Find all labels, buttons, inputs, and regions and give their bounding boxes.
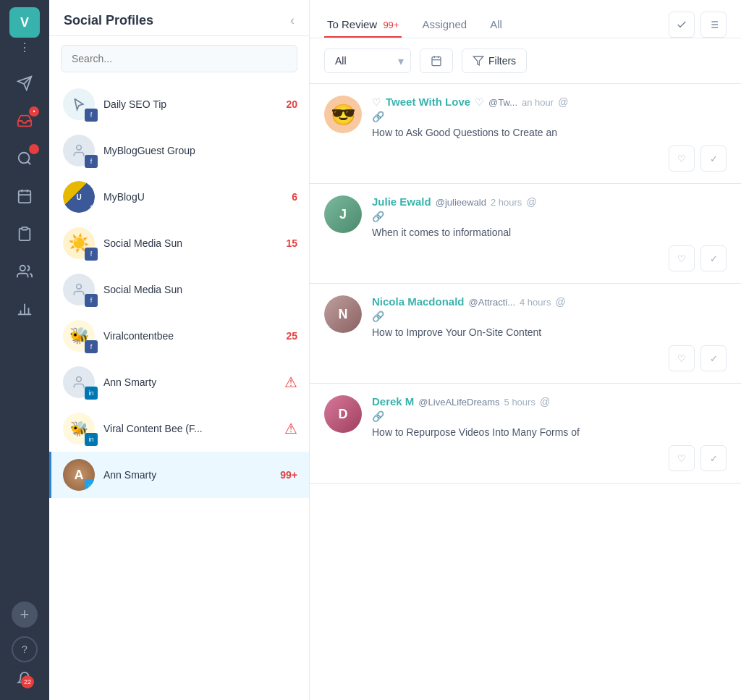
inbox-badge: • — [29, 106, 39, 117]
feed-body-2: Julie Ewald @julieewald 2 hours @ 🔗 When… — [372, 195, 727, 271]
profile-avatar-viral-bee-li: 🐝 in — [63, 413, 95, 444]
feed-name-4: Derek M — [372, 395, 414, 408]
profile-name: MyBlogGuest Group — [103, 145, 195, 156]
search-input[interactable] — [61, 45, 297, 72]
sidebar-title: Social Profiles — [64, 13, 153, 28]
sidebar: Social Profiles ‹ f Daily SEO Tip 20 — [49, 0, 310, 700]
send-icon — [17, 75, 33, 91]
profile-error-badge: ⚠ — [284, 420, 297, 437]
tab-all[interactable]: All — [487, 12, 505, 38]
clipboard-icon — [17, 226, 33, 242]
svg-marker-27 — [473, 56, 483, 65]
feed-body-4: Derek M @LiveALifeDreams 5 hours @ 🔗 How… — [372, 395, 727, 471]
profile-count: 20 — [286, 98, 297, 110]
feed-header-2: Julie Ewald @julieewald 2 hours @ — [372, 195, 727, 208]
profile-item-social-media-sun-1[interactable]: ☀️ f Social Media Sun 15 — [49, 220, 309, 266]
link-icon-2: 🔗 — [372, 211, 384, 222]
main-content: To Review 99+ Assigned All — [310, 0, 741, 700]
check-button-3[interactable]: ✓ — [700, 345, 727, 371]
svg-rect-8 — [22, 227, 27, 230]
collapse-button[interactable]: ‹ — [290, 13, 295, 28]
feed-avatar-initial-3: N — [324, 295, 362, 333]
nav-dots-menu[interactable]: ⋮ — [19, 41, 30, 54]
svg-point-2 — [19, 153, 30, 164]
feed-time-4: 5 hours — [504, 397, 535, 408]
feed-actions-3: ♡ ✓ — [372, 345, 727, 371]
feed-name-1: Tweet With Love — [386, 96, 470, 108]
filter-all-select[interactable]: All — [324, 49, 411, 73]
profile-item-social-media-sun-2[interactable]: f Social Media Sun — [49, 266, 309, 313]
platform-badge-li: in — [85, 433, 98, 446]
feed-icons-3: 🔗 — [372, 311, 727, 322]
heart-button-4[interactable]: ♡ — [669, 445, 695, 471]
nav-icon-team[interactable] — [7, 254, 42, 289]
profile-item-myblogu[interactable]: U f MyBlogU 6 — [49, 174, 309, 220]
feed-handle-4: @LiveALifeDreams — [418, 397, 499, 408]
check-button-2[interactable]: ✓ — [700, 245, 727, 271]
feed-text-4: How to Repurpose Videos Into Many Forms … — [372, 426, 727, 438]
calendar-filter-button[interactable] — [420, 49, 453, 73]
link-icon-1: 🔗 — [372, 111, 384, 122]
profile-item-daily-seo[interactable]: f Daily SEO Tip 20 — [49, 81, 309, 127]
feed-header-4: Derek M @LiveALifeDreams 5 hours @ — [372, 395, 727, 408]
filters-label: Filters — [488, 55, 516, 67]
check-button-1[interactable]: ✓ — [700, 146, 727, 172]
add-button[interactable]: + — [12, 602, 38, 628]
platform-badge-tw: 🐦 — [85, 479, 95, 491]
profile-avatar-daily-seo: f — [63, 88, 95, 120]
profile-error-badge: ⚠ — [284, 374, 297, 391]
feed-actions-1: ♡ ✓ — [372, 146, 727, 172]
nav-icon-chart[interactable] — [7, 292, 42, 326]
feed-avatar-4: D — [324, 395, 362, 433]
feed-avatar-initial-2: J — [324, 195, 362, 233]
list-icon — [708, 19, 719, 30]
profile-item-viralcontentbee[interactable]: 🐝 f Viralcontentbee 25 — [49, 313, 309, 359]
user-icon — [72, 282, 86, 297]
feed-actions-2: ♡ ✓ — [372, 245, 727, 271]
feed: 😎 ♡ Tweet With Love ♡ @Tw... an hour @ 🔗… — [310, 84, 741, 700]
profile-name: Social Media Sun — [103, 284, 182, 295]
profile-count: 25 — [286, 330, 297, 342]
feed-at-3: @ — [555, 296, 565, 308]
user-avatar[interactable]: V — [9, 7, 40, 38]
heart-button-3[interactable]: ♡ — [669, 345, 695, 371]
feed-item-julie-ewald: J Julie Ewald @julieewald 2 hours @ 🔗 Wh… — [310, 184, 741, 284]
notifications-badge: 22 — [21, 675, 34, 688]
nav-icon-clipboard[interactable] — [7, 216, 42, 251]
feed-icons-2: 🔗 — [372, 211, 727, 222]
check-all-button[interactable] — [669, 12, 695, 38]
user-icon — [72, 143, 86, 158]
profile-item-ann-smarty-li[interactable]: in Ann Smarty ⚠ — [49, 359, 309, 405]
feed-time-2: 2 hours — [491, 197, 522, 208]
feed-handle-2: @julieewald — [436, 197, 486, 208]
notifications-button[interactable]: 22 — [17, 671, 33, 687]
filters-button[interactable]: Filters — [462, 49, 527, 73]
profile-name: Ann Smarty — [103, 376, 156, 388]
feed-at-4: @ — [540, 396, 550, 408]
check-button-4[interactable]: ✓ — [700, 445, 727, 471]
profile-item-ann-smarty-tw[interactable]: A 🐦 Ann Smarty 99+ — [49, 452, 309, 498]
heart-button-2[interactable]: ♡ — [669, 245, 695, 271]
feed-icons-4: 🔗 — [372, 410, 727, 422]
profile-avatar-myblogguest: f — [63, 135, 95, 166]
feed-time-1: an hour — [522, 97, 554, 108]
profile-avatar-ann-li: in — [63, 366, 95, 398]
heart-suffix-icon: ♡ — [475, 96, 484, 108]
heart-button-1[interactable]: ♡ — [669, 146, 695, 172]
tab-assigned[interactable]: Assigned — [419, 12, 470, 38]
profile-item-viral-bee-li[interactable]: 🐝 in Viral Content Bee (F... ⚠ — [49, 405, 309, 452]
heart-prefix-icon: ♡ — [372, 96, 381, 108]
profile-item-myblogguest[interactable]: f MyBlogGuest Group — [49, 127, 309, 174]
svg-rect-4 — [19, 191, 31, 203]
feed-avatar-2: J — [324, 195, 362, 233]
feed-text-1: How to Ask Good Questions to Create an — [372, 127, 727, 138]
nav-icon-analytics[interactable] — [7, 141, 42, 176]
feed-handle-1: @Tw... — [488, 97, 517, 108]
nav-icon-send[interactable] — [7, 66, 42, 101]
help-button[interactable]: ? — [12, 636, 38, 662]
nav-icon-calendar[interactable] — [7, 179, 42, 214]
analytics-badge — [29, 144, 39, 154]
tab-to-review[interactable]: To Review 99+ — [324, 12, 402, 38]
nav-icon-inbox[interactable]: • — [7, 104, 42, 138]
list-view-button[interactable] — [700, 12, 727, 38]
